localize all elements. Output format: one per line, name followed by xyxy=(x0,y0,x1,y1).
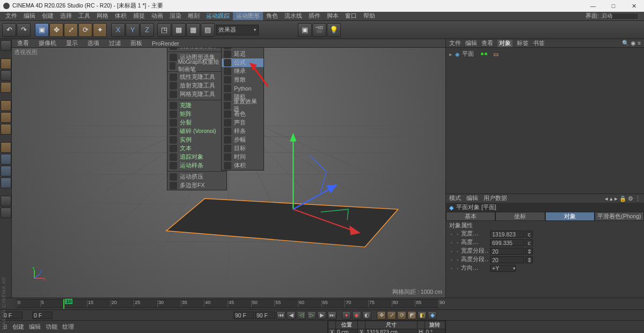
effector-item-1[interactable]: 延迟 xyxy=(222,50,264,58)
effector-item-4[interactable]: 推散 xyxy=(222,76,264,84)
param-key-button[interactable]: ◩ xyxy=(407,311,416,320)
effector-item-2[interactable]: 公式 xyxy=(222,58,264,67)
axis-z-toggle[interactable]: Z xyxy=(140,23,154,37)
render-region-button[interactable]: ▦ xyxy=(186,23,200,37)
attrhdr-tab-2[interactable]: 用户数据 xyxy=(484,195,507,202)
effector-item-14[interactable]: 体积 xyxy=(222,161,264,170)
mograph-item-toggle[interactable]: 切换克隆/矩阵 xyxy=(167,48,226,50)
scale-tool[interactable]: ⤢ xyxy=(64,23,78,37)
menu-item-18[interactable]: 帮助 xyxy=(360,12,378,20)
menu-item-0[interactable]: 文件 xyxy=(2,12,20,20)
mograph-item-clone[interactable]: 克隆 xyxy=(167,101,226,110)
object-name[interactable]: 平面 xyxy=(462,50,474,58)
attrhdr-tab-0[interactable]: 模式 xyxy=(449,195,461,202)
key-options-button[interactable]: ◐ xyxy=(362,311,371,320)
axis-button[interactable] xyxy=(1,142,11,153)
menu-item-16[interactable]: 脚本 xyxy=(324,12,342,20)
effector-submenu[interactable]: 群组简易延迟公式继承推散Python随机重置效果器着色声音样条步幅目标时间体积 xyxy=(221,48,264,171)
menu-item-1[interactable]: 编辑 xyxy=(20,12,39,20)
mograph-item-polyfx[interactable]: 多边形FX xyxy=(167,181,226,190)
misc1-button[interactable] xyxy=(1,196,11,206)
effector-item-10[interactable]: 样条 xyxy=(222,127,264,136)
close-button[interactable]: ✕ xyxy=(624,0,644,12)
mograph-item-moext[interactable]: 运动挤压 xyxy=(167,173,226,181)
attr-value-1[interactable]: 699.335 xyxy=(490,239,524,246)
texture-mode-button[interactable] xyxy=(1,70,11,81)
poly-mode-button[interactable] xyxy=(1,124,11,135)
viewport-tab-2[interactable]: 显示 xyxy=(64,40,80,47)
goto-start-button[interactable]: ⏮ xyxy=(276,311,286,320)
effector-item-11[interactable]: 步幅 xyxy=(222,136,264,144)
play-back-button[interactable]: ◁ xyxy=(297,311,306,320)
menu-item-8[interactable]: 动画 xyxy=(148,12,166,20)
axis-x-toggle[interactable]: X xyxy=(111,23,125,37)
viewport[interactable]: 网格间距 : 1000 cm Y X Z 隐藏选择切换克隆/矩阵运动图形选集Mo… xyxy=(12,48,445,298)
mograph-item-linc[interactable]: 线性克隆工具 xyxy=(167,73,226,82)
viewport-tab-0[interactable]: 查看 xyxy=(15,40,31,47)
coord-pos-X[interactable]: 0 cm xyxy=(336,329,358,334)
menu-item-14[interactable]: 流水线 xyxy=(281,12,305,20)
layout-dropdown[interactable] xyxy=(601,13,639,20)
filter-icon[interactable]: ≡ xyxy=(638,40,641,47)
nav-fwd-icon[interactable]: ▸ xyxy=(614,195,618,202)
material-tab-3[interactable]: 纹理 xyxy=(62,323,74,331)
render-settings-button[interactable]: ▨ xyxy=(201,23,215,37)
gear-icon[interactable]: ⚙ xyxy=(628,195,633,202)
mograph-item-grdc[interactable]: 网格克隆工具 xyxy=(167,90,226,99)
lasttool-button[interactable]: ✦ xyxy=(93,23,107,37)
effector-item-3[interactable]: 继承 xyxy=(222,67,264,76)
workplane-button[interactable] xyxy=(1,82,11,93)
menu-icon[interactable]: ⋮ xyxy=(635,195,641,202)
menu-item-5[interactable]: 网格 xyxy=(93,12,112,20)
mograph-item-frac[interactable]: 分裂 xyxy=(167,119,226,127)
menu-item-10[interactable]: 雕刻 xyxy=(185,12,203,20)
phong-tag-icon[interactable]: ▭ xyxy=(493,51,499,57)
make-editable-button[interactable] xyxy=(1,40,11,51)
viewport-solo-button[interactable] xyxy=(1,154,11,165)
effector-item-12[interactable]: 目标 xyxy=(222,144,264,153)
mograph-item-matrix[interactable]: 矩阵 xyxy=(167,110,226,119)
camera-button[interactable]: ▣ xyxy=(298,23,312,37)
effector-item-9[interactable]: 声音 xyxy=(222,119,264,127)
menu-item-3[interactable]: 选择 xyxy=(57,12,75,20)
light-button[interactable]: 💡 xyxy=(327,23,341,37)
edge-mode-button[interactable] xyxy=(1,112,11,123)
menu-item-13[interactable]: 角色 xyxy=(263,12,281,20)
effector-dropdown[interactable]: 效果器 ▾ xyxy=(216,25,259,35)
play-button[interactable]: ▷ xyxy=(307,311,316,320)
orientation-dropdown[interactable]: +Y▾ xyxy=(490,265,516,272)
menu-item-2[interactable]: 创建 xyxy=(39,12,57,20)
mograph-item-vor[interactable]: 破碎 (Voronoi) xyxy=(167,127,226,136)
viewport-tab-4[interactable]: 过滤 xyxy=(107,40,123,47)
menu-item-11[interactable]: 运动跟踪 xyxy=(203,12,233,20)
point-mode-button[interactable] xyxy=(1,100,11,111)
snap-button[interactable] xyxy=(1,166,11,176)
menu-item-17[interactable]: 窗口 xyxy=(342,12,360,20)
timeline-ruler[interactable]: 051015202530354045505560657075808590 xyxy=(16,299,439,308)
menu-item-7[interactable]: 捕捉 xyxy=(130,12,148,20)
minimize-button[interactable]: — xyxy=(583,0,603,12)
move-tool[interactable]: ✥ xyxy=(49,23,63,37)
expand-icon[interactable]: ▸ xyxy=(449,51,452,57)
objmgr-tab-1[interactable]: 编辑 xyxy=(465,40,477,47)
axis-y-toggle[interactable]: Y xyxy=(126,23,140,37)
mograph-submenu[interactable]: 隐藏选择切换克隆/矩阵运动图形选集MoGraph权重绘制画笔线性克隆工具放射克隆… xyxy=(167,48,227,190)
search-icon[interactable]: 🔍 xyxy=(622,40,629,47)
rotate-tool[interactable]: ⟳ xyxy=(78,23,92,37)
timeline-cursor[interactable] xyxy=(63,299,64,309)
objmgr-tab-4[interactable]: 标签 xyxy=(517,40,529,47)
attr-value-2[interactable]: 20 xyxy=(490,248,524,255)
record-button[interactable]: ● xyxy=(342,311,351,320)
step-back-button[interactable]: ◀ xyxy=(287,311,296,320)
pos-key-button[interactable]: ✥ xyxy=(377,311,386,320)
viewport-tab-6[interactable]: ProRender xyxy=(150,40,181,47)
scale-key-button[interactable]: ⤢ xyxy=(387,311,396,320)
viewport-tab-3[interactable]: 选项 xyxy=(85,40,101,47)
eye-icon[interactable]: ◉ xyxy=(631,40,636,47)
objmgr-tab-0[interactable]: 文件 xyxy=(449,40,461,47)
step-fwd-button[interactable]: ▶ xyxy=(317,311,326,320)
material-tab-2[interactable]: 功能 xyxy=(46,323,57,331)
material-tab-0[interactable]: 创建 xyxy=(12,323,24,331)
nav-back-icon[interactable]: ◂ xyxy=(605,195,608,202)
attr-tab-3[interactable]: 平滑着色(Phong) xyxy=(595,212,644,221)
